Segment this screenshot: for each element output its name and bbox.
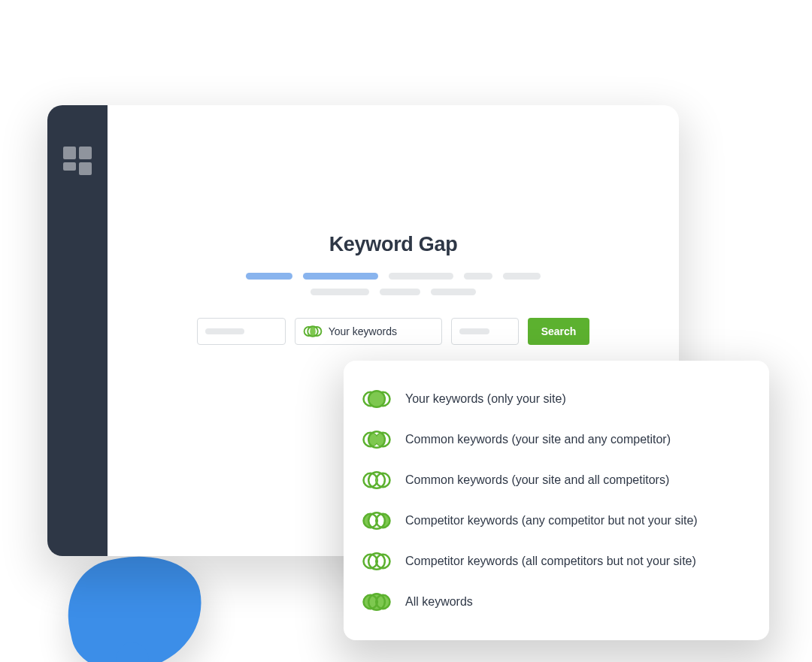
domain-field-2[interactable]	[451, 318, 519, 345]
dropdown-option-competitor-all[interactable]: Competitor keywords (all competitors but…	[362, 541, 751, 582]
venn-common-all-icon	[362, 469, 392, 491]
search-button[interactable]: Search	[528, 318, 590, 345]
venn-competitor-all-icon	[362, 550, 392, 573]
tab-placeholder-row-2	[108, 289, 679, 295]
dropdown-option-label: Competitor keywords (all competitors but…	[405, 555, 696, 568]
logo-icon	[63, 147, 93, 177]
decorative-blob-small	[113, 639, 153, 662]
dropdown-option-label: Common keywords (your site and all compe…	[405, 473, 669, 487]
dropdown-option-common-all[interactable]: Common keywords (your site and all compe…	[362, 460, 751, 500]
dropdown-option-label: Competitor keywords (any competitor but …	[405, 514, 698, 527]
keyword-type-label: Your keywords	[329, 325, 397, 337]
svg-point-2	[310, 326, 316, 337]
venn-icon	[303, 325, 323, 338]
dropdown-option-common-any[interactable]: Common keywords (your site and any compe…	[362, 419, 751, 460]
search-form: Your keywords Search	[108, 318, 679, 345]
page-title: Keyword Gap	[108, 233, 679, 256]
stage: Keyword Gap	[0, 0, 812, 662]
venn-your-icon	[362, 388, 392, 410]
search-button-label: Search	[541, 325, 577, 337]
dropdown-option-label: Common keywords (your site and any compe…	[405, 433, 671, 446]
dropdown-option-label: Your keywords (only your site)	[405, 392, 566, 406]
venn-all-icon	[362, 591, 392, 613]
keyword-type-dropdown-trigger[interactable]: Your keywords	[295, 318, 442, 345]
dropdown-option-your-keywords[interactable]: Your keywords (only your site)	[362, 379, 751, 419]
venn-common-any-icon	[362, 428, 392, 451]
domain-field-1[interactable]	[197, 318, 286, 345]
keyword-type-dropdown: Your keywords (only your site) Common ke…	[344, 361, 769, 640]
dropdown-option-competitor-any[interactable]: Competitor keywords (any competitor but …	[362, 500, 751, 541]
sidebar	[47, 105, 108, 556]
decorative-blob-large	[57, 543, 213, 662]
tab-placeholder-row-1	[108, 273, 679, 280]
dropdown-option-all-keywords[interactable]: All keywords	[362, 582, 751, 622]
venn-competitor-any-icon	[362, 509, 392, 532]
dropdown-option-label: All keywords	[405, 595, 473, 609]
